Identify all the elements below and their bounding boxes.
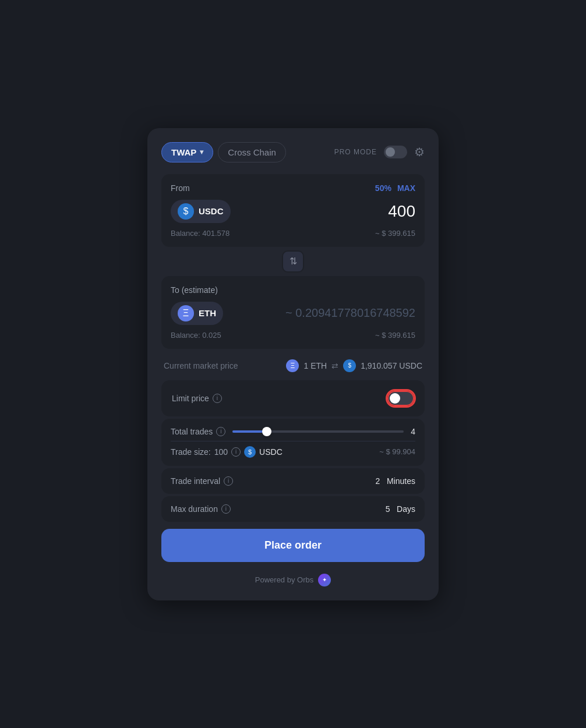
trade-interval-info-icon[interactable]: i (224, 476, 233, 486)
from-panel-footer: Balance: 401.578 ~ $ 399.615 (171, 229, 415, 238)
from-usd-value: ~ $ 399.615 (375, 229, 415, 238)
trade-interval-value: 2 Minutes (376, 476, 416, 486)
to-panel: To (estimate) Ξ ETH ~ 0.2094177801674859… (161, 276, 425, 349)
max-duration-panel: Max duration i 5 Days (161, 496, 425, 522)
swap-icon: ⇄ (331, 361, 338, 370)
total-trades-row: Total trades i 4 (171, 427, 415, 436)
to-amount: ~ 0.20941778016748592 (285, 306, 415, 320)
usdc-amount: 1,910.057 USDC (361, 361, 422, 370)
from-panel-header: From 50% MAX (171, 183, 415, 193)
from-balance: Balance: 401.578 (171, 229, 230, 238)
tab-cross-chain[interactable]: Cross Chain (218, 142, 286, 162)
usdc-mini-icon: $ (343, 359, 356, 372)
from-amount[interactable]: 400 (388, 202, 415, 221)
tab-twap-label: TWAP (171, 147, 196, 157)
slider-thumb (262, 427, 271, 436)
trade-interval-panel: Trade interval i 2 Minutes (161, 468, 425, 494)
to-panel-footer: Balance: 0.025 ~ $ 399.615 (171, 331, 415, 340)
to-usd-value: ~ $ 399.615 (375, 331, 415, 340)
main-card: TWAP ▾ Cross Chain PRO MODE ⚙ From 50% M… (147, 128, 439, 600)
to-token-name: ETH (199, 308, 216, 318)
market-price-row: Current market price Ξ 1 ETH ⇄ $ 1,910.0… (161, 351, 425, 380)
max-duration-value: 5 Days (386, 504, 415, 514)
to-panel-main: Ξ ETH ~ 0.20941778016748592 (171, 302, 415, 325)
from-panel-main: $ USDC 400 (171, 200, 415, 223)
swap-btn-container: ⇅ (161, 250, 425, 273)
toggle-knob (386, 147, 395, 157)
total-trades-label: Total trades i (171, 427, 225, 436)
tab-twap[interactable]: TWAP ▾ (161, 142, 213, 162)
to-balance: Balance: 0.025 (171, 331, 221, 340)
eth-amount: 1 ETH (303, 361, 327, 370)
max-button[interactable]: MAX (397, 183, 415, 193)
orbs-icon: ✦ (318, 574, 331, 586)
market-price-label: Current market price (164, 361, 238, 370)
limit-price-label: Limit price i (172, 394, 222, 403)
total-trades-value: 4 (411, 427, 415, 436)
header-tabs: TWAP ▾ Cross Chain (161, 142, 286, 162)
to-label: To (estimate) (171, 285, 218, 295)
to-panel-header: To (estimate) (171, 285, 415, 295)
trade-size-usdc-icon: $ (244, 446, 256, 458)
trade-interval-label: Trade interval i (171, 476, 233, 486)
limit-price-row: Limit price i (161, 380, 425, 416)
pro-mode-toggle[interactable] (384, 146, 407, 158)
header-controls: PRO MODE ⚙ (334, 145, 425, 159)
gear-icon[interactable]: ⚙ (414, 145, 425, 159)
market-price-value: Ξ 1 ETH ⇄ $ 1,910.057 USDC (286, 359, 422, 372)
from-label: From (171, 183, 190, 193)
swap-direction-button[interactable]: ⇅ (282, 250, 304, 273)
from-panel: From 50% MAX $ USDC 400 Balance: 401.578… (161, 174, 425, 247)
usdc-icon: $ (178, 203, 194, 220)
from-panel-actions: 50% MAX (375, 183, 415, 193)
powered-by-text: Powered by Orbs (255, 575, 313, 584)
total-trades-info-icon[interactable]: i (216, 427, 225, 436)
trade-size-info-icon[interactable]: i (231, 447, 241, 457)
max-duration-label: Max duration i (171, 504, 231, 514)
limit-toggle-knob (390, 393, 400, 404)
place-order-button[interactable]: Place order (161, 529, 425, 562)
trades-slider-container (232, 430, 404, 433)
swap-arrows-icon: ⇅ (290, 256, 297, 267)
from-token-selector[interactable]: $ USDC (171, 200, 231, 223)
trade-size-token: $ USDC (244, 446, 283, 458)
trade-size-row: Trade size: 100 i $ USDC ~ $ 99.904 (171, 441, 415, 458)
to-token-selector[interactable]: Ξ ETH (171, 302, 223, 325)
pro-mode-label: PRO MODE (334, 148, 377, 156)
chevron-down-icon: ▾ (200, 148, 203, 156)
eth-icon: Ξ (178, 305, 194, 321)
50pct-button[interactable]: 50% (375, 183, 391, 193)
eth-mini-icon: Ξ (286, 359, 299, 372)
max-duration-info-icon[interactable]: i (221, 504, 231, 514)
tab-cross-label: Cross Chain (228, 147, 276, 157)
trades-panel: Total trades i 4 Trade size: 100 i $ USD… (161, 419, 425, 466)
limit-price-toggle[interactable] (387, 391, 414, 406)
trades-slider[interactable] (232, 430, 404, 433)
limit-price-info-icon[interactable]: i (213, 394, 222, 403)
trade-size-label: Trade size: 100 i $ USDC (171, 446, 283, 458)
from-token-name: USDC (199, 206, 224, 216)
footer: Powered by Orbs ✦ (161, 571, 425, 586)
trade-size-usd: ~ $ 99.904 (379, 447, 415, 456)
header: TWAP ▾ Cross Chain PRO MODE ⚙ (161, 142, 425, 162)
